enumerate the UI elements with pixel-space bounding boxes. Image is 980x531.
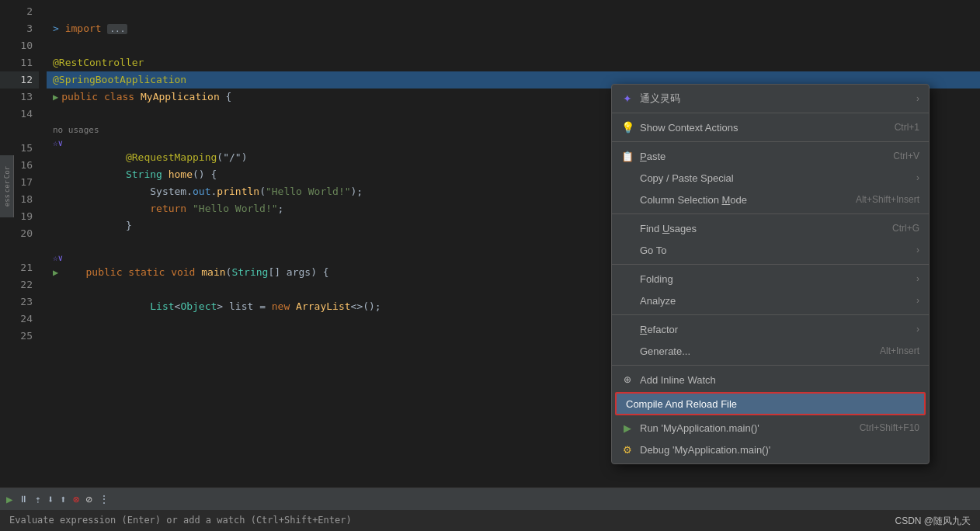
line-num-meta (0, 123, 39, 140)
line-num-24: 24 (0, 311, 39, 328)
menu-label-context-actions: Show Context Actions (640, 122, 738, 134)
menu-label-folding: Folding (640, 273, 673, 285)
menu-label-go-to: Go To (640, 245, 666, 256)
shortcut-column: Alt+Shift+Insert (856, 194, 919, 205)
copy-paste-arrow-icon: › (916, 172, 919, 183)
status-text-bar: Evaluate expression (Enter) or add a wat… (0, 510, 980, 532)
shortcut-context-actions: Ctrl+1 (895, 122, 919, 133)
menu-item-debug-main[interactable]: ⚙ Debug 'MyApplication.main()' (612, 439, 929, 460)
line-numbers: 2 3 10 11 12 13 14 15 16 17 18 19 20 21 … (0, 0, 47, 488)
column-selection-icon (621, 193, 634, 206)
refactor-arrow-icon: › (916, 324, 919, 335)
ai-menu-icon: ✦ (621, 92, 634, 105)
menu-label-copy-paste: Copy / Paste Special (640, 172, 734, 184)
line-num-22: 22 (0, 276, 39, 293)
menu-item-column-selection[interactable]: Column Selection Mode Alt+Shift+Insert (612, 189, 929, 210)
menu-item-compile-reload[interactable]: Compile And Reload File (615, 392, 926, 415)
step-over-icon[interactable]: ⇡ (34, 493, 40, 505)
generate-icon (621, 345, 634, 357)
line-num-10: 10 (0, 37, 39, 54)
analyze-icon (621, 294, 634, 307)
status-bar: ▶ ⏸ ⇡ ⬇ ⬆ ⊗ ⊘ ⋮ Evaluate expression (Ent… (0, 488, 980, 531)
context-menu[interactable]: ✦ 通义灵码 › 💡 Show Context Actions Ctrl+1 📋… (611, 84, 930, 464)
watch-icon: ⊕ (621, 373, 634, 386)
menu-label-add-inline-watch: Add Inline Watch (640, 374, 716, 386)
csdn-badge: CSDN @随风九天 (895, 515, 971, 528)
pause-icon[interactable]: ⏸ (19, 494, 28, 505)
line-num-3: 3 (0, 20, 39, 37)
debug-toolbar: ▶ ⏸ ⇡ ⬇ ⬆ ⊗ ⊘ ⋮ (0, 488, 980, 510)
shortcut-paste: Ctrl+V (893, 151, 919, 161)
separator-5 (612, 314, 929, 315)
step-into-icon[interactable]: ⬇ (47, 493, 54, 505)
menu-label-refactor: Refactor (640, 324, 678, 335)
debug-main-icon: ⚙ (621, 443, 634, 456)
shortcut-find-usages: Ctrl+G (892, 223, 919, 234)
run-main-icon: ▶ (621, 422, 634, 434)
line-num-2: 2 (0, 3, 39, 20)
lightbulb-icon: 💡 (621, 121, 634, 134)
status-message: Evaluate expression (Enter) or add a wat… (9, 515, 352, 526)
shortcut-run-main: Ctrl+Shift+F10 (860, 422, 919, 433)
menu-label-column-selection: Column Selection Mode (640, 194, 747, 206)
menu-item-go-to[interactable]: Go To › (612, 239, 929, 261)
menu-item-run-main[interactable]: ▶ Run 'MyApplication.main()' Ctrl+Shift+… (612, 417, 929, 439)
menu-label-generate: Generate... (640, 345, 690, 357)
shortcut-generate: Alt+Insert (880, 345, 919, 356)
menu-item-paste[interactable]: 📋 Paste Ctrl+V (612, 145, 929, 167)
step-out-icon[interactable]: ⬆ (60, 493, 66, 505)
menu-label-find-usages: Find Usages (640, 223, 697, 234)
menu-item-generate[interactable]: Generate... Alt+Insert (612, 340, 929, 362)
line-num-21: 21 (0, 259, 39, 276)
analyze-arrow-icon: › (916, 295, 919, 306)
folding-icon (621, 272, 634, 285)
separator-6 (612, 365, 929, 366)
stop-icon[interactable]: ⊗ (73, 493, 79, 505)
code-line-10 (47, 37, 980, 54)
find-usages-icon (621, 222, 634, 234)
go-to-arrow-icon: › (916, 245, 919, 255)
menu-label-compile-reload: Compile And Reload File (626, 398, 737, 410)
separator-3 (612, 213, 929, 214)
menu-item-add-inline-watch[interactable]: ⊕ Add Inline Watch (612, 369, 929, 390)
menu-item-context-actions[interactable]: 💡 Show Context Actions Ctrl+1 (612, 116, 929, 138)
go-to-icon (621, 244, 634, 256)
paste-icon: 📋 (621, 150, 634, 162)
line-num-20: 20 (0, 225, 39, 242)
line-num-meta2 (0, 242, 39, 259)
line-num-14: 14 (0, 106, 39, 123)
code-line-3: > import ... (47, 20, 980, 37)
menu-label-tongyi: 通义灵码 (640, 92, 680, 106)
menu-label-paste: Paste (640, 151, 665, 162)
refactor-icon (621, 323, 634, 335)
code-line-11: @RestController (47, 54, 980, 71)
menu-label-run-main: Run 'MyApplication.main()' (640, 422, 759, 434)
menu-item-refactor[interactable]: Refactor › (612, 318, 929, 340)
menu-item-tongyi[interactable]: ✦ 通义灵码 › (612, 88, 929, 109)
menu-item-find-usages[interactable]: Find Usages Ctrl+G (612, 217, 929, 239)
menu-item-analyze[interactable]: Analyze › (612, 290, 929, 311)
left-panel: Cor cer ess (0, 155, 14, 217)
tongyi-arrow-icon: › (916, 93, 919, 104)
menu-label-analyze: Analyze (640, 295, 676, 307)
clear-icon[interactable]: ⊘ (85, 493, 92, 505)
folding-arrow-icon: › (916, 273, 919, 284)
menu-label-debug-main: Debug 'MyApplication.main()' (640, 444, 770, 456)
line-num-12: 12 (0, 71, 39, 88)
separator-1 (612, 113, 929, 113)
menu-item-folding[interactable]: Folding › (612, 268, 929, 290)
line-num-13: 13 (0, 88, 39, 106)
line-num-23: 23 (0, 293, 39, 311)
copy-paste-icon (621, 172, 634, 184)
menu-item-copy-paste-special[interactable]: Copy / Paste Special › (612, 167, 929, 189)
play-icon[interactable]: ▶ (6, 493, 12, 505)
line-num-15: 15 (0, 140, 39, 157)
code-line-2 (47, 3, 980, 20)
line-num-25: 25 (0, 328, 39, 345)
more-icon[interactable]: ⋮ (99, 493, 109, 505)
separator-2 (612, 141, 929, 142)
line-num-11: 11 (0, 54, 39, 71)
separator-4 (612, 264, 929, 265)
